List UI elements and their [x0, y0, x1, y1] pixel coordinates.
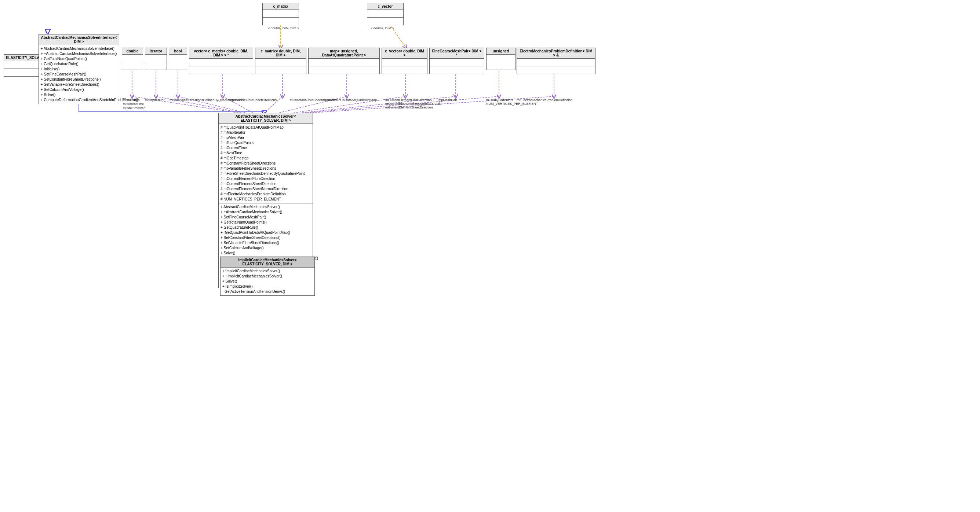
label-mquad: mQuadPointToDataAtQuadPointMap — [323, 98, 377, 102]
label-mtotalquad: mTotalQuadPoints — [486, 98, 513, 102]
label-double-dim: < double, DIM > — [371, 26, 394, 30]
bool-box-s2 — [169, 62, 187, 70]
c-vector-top-title: c_vector — [367, 3, 403, 10]
diagram-lines — [0, 0, 980, 512]
unsigned-box-s1 — [487, 55, 515, 62]
double-box-title: double — [122, 48, 143, 55]
label-mmapiterator: mMapIterator — [145, 98, 165, 102]
cmatrix-box-title: c_matrix< double, DIM, DIM > — [255, 48, 306, 59]
label-mfibred: mCurrentElementFibreDirection — [385, 98, 432, 102]
iterator-box-s2 — [145, 62, 167, 70]
bool-box-s1 — [169, 55, 187, 62]
cmatrix-box-s2 — [255, 67, 306, 74]
finecoarse-box: FineCoarseMeshPair< DIM > * — [429, 48, 484, 74]
vector-cmatrix-box-s1 — [189, 59, 253, 67]
unsigned-box-s2 — [487, 62, 515, 70]
abstract-cardiac-solver-title: AbstractCardiacMechanicsSolver< ELASTICI… — [219, 113, 313, 124]
label-mpvariable: mpVariableFibreSheetDirections — [229, 98, 277, 102]
label-modetimestep: mOdeTimestep — [123, 106, 145, 110]
double-box-s1 — [122, 55, 143, 62]
finecoarse-box-title: FineCoarseMeshPair< DIM > * — [430, 48, 484, 59]
cvector-double-box-s2 — [382, 67, 427, 74]
implicit-cardiac-solver-box: ImplicitCardiacMechanicsSolver< ELASTICI… — [220, 257, 315, 296]
c-vector-top-s2 — [367, 17, 403, 25]
c-vector-top-s1 — [367, 10, 403, 17]
electromechanics-box: ElectroMechanicsProblemDefinition< DIM >… — [517, 48, 595, 74]
unsigned-box-title: unsigned — [487, 48, 515, 55]
electromechanics-box-title: ElectroMechanicsProblemDefinition< DIM >… — [517, 48, 595, 59]
c-matrix-top-s2 — [263, 17, 299, 25]
electromechanics-box-s1 — [517, 59, 595, 67]
double-box-s2 — [122, 62, 143, 70]
map-unsigned-box-s2 — [309, 67, 379, 74]
map-unsigned-box: map< unsigned, DataAtQuadraturePoint > — [308, 48, 380, 74]
cmatrix-box-s1 — [255, 59, 306, 67]
implicit-cardiac-solver-title: ImplicitCardiacMechanicsSolver< ELASTICI… — [221, 257, 315, 268]
implicit-cardiac-solver-methods: + ImplicitCardiacMechanicsSolver() + ~Im… — [221, 268, 315, 295]
label-numvertices: NUM_VERTICES_PER_ELEMENT — [486, 102, 538, 106]
map-unsigned-box-s1 — [309, 59, 379, 67]
label-msheet: mCurrentElementSheetDirection — [385, 106, 433, 109]
cvector-double-box-title: c_vector< double, DIM > — [382, 48, 427, 59]
double-box: double — [122, 48, 143, 70]
label-msheetnormal: mCurrentElementSheetNormalDirection — [385, 102, 444, 106]
vector-cmatrix-box: vector< c_matrix< double, DIM, DIM > > * — [189, 48, 253, 74]
label-mrelectro: mrElectroMechanicsProblemDefinition — [517, 98, 573, 102]
iterator-box-s1 — [145, 55, 167, 62]
c-matrix-top-title: c_matrix — [263, 3, 299, 10]
vector-cmatrix-box-title: vector< c_matrix< double, DIM, DIM > > * — [189, 48, 253, 59]
unsigned-box: unsigned — [486, 48, 515, 70]
cmatrix-box: c_matrix< double, DIM, DIM > — [255, 48, 306, 74]
c-vector-top-box: c_vector — [367, 3, 404, 25]
label-double-dim-dim: < double, DIM, DIM > — [268, 26, 299, 30]
electromechanics-box-s2 — [517, 67, 595, 74]
map-unsigned-box-title: map< unsigned, DataAtQuadraturePoint > — [309, 48, 379, 59]
bool-box-title: bool — [169, 48, 187, 55]
cvector-double-box: c_vector< double, DIM > — [382, 48, 428, 74]
label-mpmeshpair: mpMeshPair — [438, 98, 457, 102]
finecoarse-box-s1 — [430, 59, 484, 67]
abstract-cardiac-interface-box: AbstractCardiacMechanicsSolverInterface<… — [38, 34, 119, 104]
abstract-cardiac-interface-title: AbstractCardiacMechanicsSolverInterface<… — [39, 35, 119, 45]
diagram-container: c_matrix c_vector < double, DIM, DIM > <… — [0, 0, 980, 512]
iterator-box-title: iterator — [145, 48, 167, 55]
bool-box: bool — [169, 48, 187, 70]
abstract-cardiac-solver-attrs: # mQuadPointToDataAtQuadPointMap # mMapI… — [219, 124, 313, 203]
c-matrix-top-box: c_matrix — [262, 3, 299, 25]
abstract-cardiac-interface-methods: + AbstractCardiacMechanicsSolverInterfac… — [39, 45, 119, 104]
iterator-box: iterator — [145, 48, 167, 70]
finecoarse-box-s2 — [430, 67, 484, 74]
label-mnexttime: mNextTime — [123, 98, 140, 102]
label-mcurrenttime: mCurrentTime — [123, 102, 144, 106]
cvector-double-box-s1 — [382, 59, 427, 67]
vector-cmatrix-box-s2 — [189, 67, 253, 74]
c-matrix-top-s1 — [263, 10, 299, 17]
